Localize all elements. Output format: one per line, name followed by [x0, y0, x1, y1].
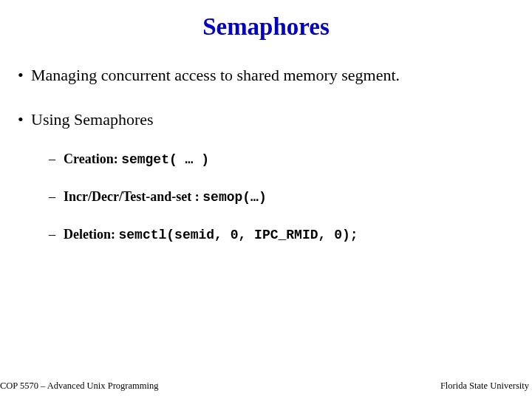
- sub-creation: Creation: semget( … ): [53, 151, 525, 167]
- sub-incr-code: semop(…): [202, 190, 266, 205]
- bullet-using: Using Semaphores Creation: semget( … ) I…: [21, 110, 525, 242]
- sub-incr: Incr/Decr/Test-and-set : semop(…): [53, 189, 525, 205]
- slide: Semaphores Managing concurrent access to…: [0, 0, 532, 399]
- bullet-using-text: Using Semaphores: [31, 110, 154, 129]
- bullet-managing: Managing concurrent access to shared mem…: [21, 66, 525, 85]
- footer-left: COP 5570 – Advanced Unix Programming: [0, 381, 158, 392]
- sub-deletion-code: semctl(semid, 0, IPC_RMID, 0);: [118, 228, 358, 242]
- sub-creation-code: semget( … ): [121, 152, 209, 167]
- sub-deletion: Deletion: semctl(semid, 0, IPC_RMID, 0);: [53, 227, 525, 242]
- sub-creation-label: Creation:: [64, 151, 121, 166]
- sub-deletion-label: Deletion:: [64, 227, 118, 242]
- page-title: Semaphores: [7, 13, 525, 41]
- bullet-list: Managing concurrent access to shared mem…: [7, 66, 525, 242]
- sub-bullet-list: Creation: semget( … ) Incr/Decr/Test-and…: [31, 151, 525, 242]
- sub-incr-label: Incr/Decr/Test-and-set :: [64, 189, 202, 204]
- footer: COP 5570 – Advanced Unix Programming Flo…: [0, 381, 529, 392]
- footer-right: Florida State University: [440, 381, 529, 392]
